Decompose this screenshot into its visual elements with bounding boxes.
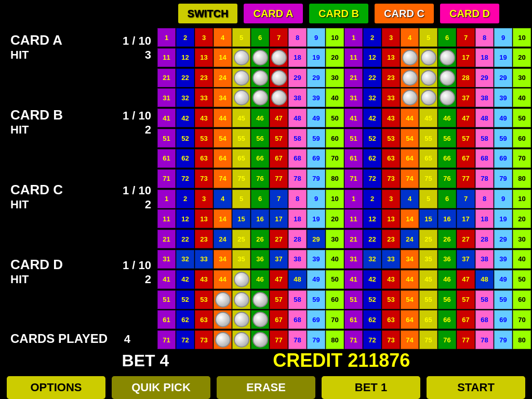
- erase-button[interactable]: ERASE: [215, 375, 317, 399]
- cell-1-12[interactable]: 2: [363, 28, 381, 47]
- grid-row-4: 31 32 33 34 38 39 40 31 32 33 37 38 39 4…: [157, 88, 531, 108]
- credit-display: CREDIT 211876: [273, 350, 410, 371]
- grid-row-6: 51 52 53 54 55 56 57 58 59 60 51 52 53 5…: [157, 129, 531, 149]
- start-button[interactable]: START: [425, 375, 527, 399]
- bet-display: BET 4: [122, 351, 169, 370]
- cell-1-20[interactable]: 10: [513, 28, 531, 47]
- card-a-info: CARD A 1 / 10 HIT 3: [10, 32, 151, 62]
- card-b-hit-label: HIT: [10, 123, 29, 137]
- cards-played-label: CARDS PLAYED: [10, 331, 108, 346]
- cell-1-11[interactable]: 1: [344, 28, 363, 47]
- grid-row-12: 31 32 33 34 35 36 37 38 39 40 31 32 33 3…: [157, 250, 531, 270]
- card-c-hit-val: 2: [145, 198, 151, 211]
- cell-1-1[interactable]: 1: [157, 28, 176, 47]
- cell-1-17[interactable]: 7: [457, 28, 475, 47]
- cell-1-14[interactable]: 4: [401, 28, 419, 47]
- button-row: OPTIONS QUIK PICK ERASE BET 1 START: [0, 375, 532, 399]
- card-b-fraction: 1 / 10: [123, 109, 151, 123]
- bet-credit-row: BET 4 CREDIT 211876: [0, 350, 532, 371]
- cell-1-7[interactable]: 7: [270, 28, 288, 47]
- cell-1-5[interactable]: 5: [232, 28, 250, 47]
- card-c-info: CARD C 1 / 10 HIT 2: [10, 182, 151, 211]
- cell-1-4[interactable]: 4: [214, 28, 232, 47]
- cell-1-6[interactable]: 6: [251, 28, 269, 47]
- card-d-info: CARD D 1 / 10 HIT 2: [10, 257, 151, 286]
- card-b-hit-val: 2: [145, 123, 151, 137]
- bet1-button[interactable]: BET 1: [320, 375, 422, 399]
- card-d-name: CARD D: [10, 257, 63, 273]
- cards-played-count: 4: [124, 332, 151, 346]
- cell-1-3[interactable]: 3: [195, 28, 213, 47]
- grid-row-5: 41 42 43 44 45 46 47 48 49 50 41 42 43 4…: [157, 109, 531, 128]
- card-c-name: CARD C: [10, 182, 63, 198]
- cell-1-8[interactable]: 8: [288, 28, 307, 47]
- grid-row-9: 1 2 3 4 5 6 7 8 9 10 1 2 3 4 5 6 7 8 9 1…: [157, 190, 531, 209]
- cell-1-15[interactable]: 5: [419, 28, 437, 47]
- tab-card-c[interactable]: CARD C: [373, 2, 435, 25]
- card-c-hit-label: HIT: [10, 198, 29, 211]
- grid-row-16: 71 72 73 77 78 79 80 71 72 73 74 75 76 7…: [157, 330, 531, 350]
- card-d-hit-val: 2: [145, 273, 151, 286]
- cell-1-10[interactable]: 10: [326, 28, 344, 47]
- tab-card-b[interactable]: CARD B: [308, 2, 370, 25]
- header-tabs: SWITCH CARD A CARD B CARD C CARD D: [0, 0, 532, 27]
- grid-row-13: 41 42 43 44 46 47 48 49 50 41 42 43 44 4…: [157, 270, 531, 290]
- grid-row-3: 21 22 23 24 29 29 30 21 22 23 28 29 29 3…: [157, 69, 531, 88]
- number-grid: 1 2 3 4 5 6 7 8 9 10 1 2 3 4 5 6 7 8 9 1…: [156, 27, 532, 351]
- main-area: CARD A 1 / 10 HIT 3 CARD B 1 / 10 HIT 2 …: [0, 27, 532, 351]
- card-b-info: CARD B 1 / 10 HIT 2: [10, 107, 151, 137]
- cell-1-13[interactable]: 3: [382, 28, 400, 47]
- card-a-fraction: 1 / 10: [123, 34, 151, 48]
- footer: BET 4 CREDIT 211876 OPTIONS QUIK PICK ER…: [0, 351, 532, 399]
- card-a-hit-val: 3: [145, 48, 151, 62]
- grid-row-10: 11 12 13 14 15 16 17 18 19 20 11 12 13 1…: [157, 209, 531, 229]
- grid-row-11: 21 22 23 24 25 26 27 28 29 30 21 22 23 2…: [157, 230, 531, 249]
- grid-row-8: 71 72 73 74 75 76 77 78 79 80 71 72 73 7…: [157, 169, 531, 189]
- grid-row-15: 61 62 63 67 68 69 70 61 62 63 64 65 66 6…: [157, 310, 531, 330]
- cell-1-16[interactable]: 6: [438, 28, 456, 47]
- card-a-hit-label: HIT: [10, 48, 29, 62]
- quikpick-button[interactable]: QUIK PICK: [110, 375, 212, 399]
- card-c-fraction: 1 / 10: [123, 184, 151, 197]
- card-a-name: CARD A: [10, 32, 62, 48]
- cell-1-18[interactable]: 8: [475, 28, 494, 47]
- grid-row-2: 11 12 13 14 18 19 20 11 12 13 17 18 19 2…: [157, 48, 531, 68]
- tab-switch[interactable]: SWITCH: [177, 2, 239, 25]
- cards-played-section: CARDS PLAYED 4: [10, 331, 151, 346]
- grid-row-14: 51 52 53 57 58 59 60 51 52 53 54 55 56 5…: [157, 290, 531, 310]
- left-panel: CARD A 1 / 10 HIT 3 CARD B 1 / 10 HIT 2 …: [0, 27, 156, 351]
- tab-card-a[interactable]: CARD A: [242, 2, 304, 25]
- card-b-name: CARD B: [10, 107, 63, 123]
- grid-row-7: 61 62 63 64 65 66 67 68 69 70 61 62 63 6…: [157, 149, 531, 169]
- options-button[interactable]: OPTIONS: [5, 375, 107, 399]
- cell-1-19[interactable]: 9: [494, 28, 512, 47]
- grid-row-1: 1 2 3 4 5 6 7 8 9 10 1 2 3 4 5 6 7 8 9 1…: [157, 28, 531, 48]
- tab-card-d[interactable]: CARD D: [438, 2, 501, 25]
- card-d-hit-label: HIT: [10, 273, 29, 286]
- cell-1-2[interactable]: 2: [176, 28, 194, 47]
- card-d-fraction: 1 / 10: [123, 259, 151, 272]
- cell-1-9[interactable]: 9: [307, 28, 325, 47]
